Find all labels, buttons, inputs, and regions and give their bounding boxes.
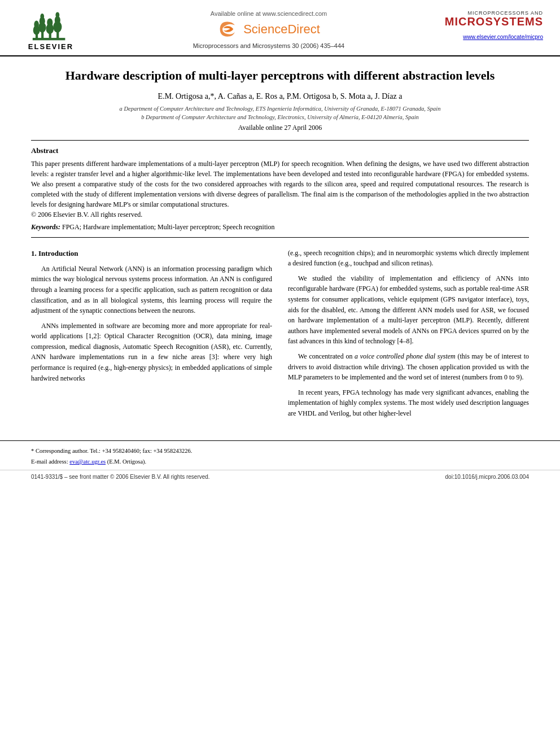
abstract-label: Abstract bbox=[31, 146, 529, 155]
doi-text: doi:10.1016/j.micpro.2006.03.004 bbox=[445, 474, 529, 480]
footnote-star: * Corresponding author. Tel.: +34 958240… bbox=[31, 447, 529, 456]
column-left: 1. Introduction An Artificial Neural Net… bbox=[31, 248, 272, 423]
header-right: MICROPROCESSORS AND MICROSYSTEMS www.els… bbox=[453, 10, 543, 40]
main-content: Hardware description of multi-layer perc… bbox=[0, 56, 560, 435]
intro-para1: An Artificial Neural Network (ANN) is an… bbox=[31, 264, 272, 316]
elsevier-label: ELSEVIER bbox=[28, 42, 73, 51]
issn-text: 0141-9331/$ – see front matter © 2006 El… bbox=[31, 474, 210, 480]
keywords-text: FPGA; Hardware implementation; Multi-lay… bbox=[62, 223, 275, 231]
right-para3: We concentrated on a voice controlled ph… bbox=[288, 351, 529, 383]
paper-title: Hardware description of multi-layer perc… bbox=[31, 68, 529, 84]
sciencedirect-logo: ScienceDirect bbox=[217, 19, 320, 39]
bottom-bar: 0141-9331/$ – see front matter © 2006 El… bbox=[0, 470, 560, 483]
affiliation-a: a Department of Computer Architecture an… bbox=[31, 106, 529, 112]
keywords-line: Keywords: FPGA; Hardware implementation;… bbox=[31, 223, 529, 231]
abstract-copyright: © 2006 Elsevier B.V. All rights reserved… bbox=[31, 211, 142, 219]
keywords-label: Keywords: bbox=[31, 223, 60, 231]
column-right: (e.g., speech recognition chips); and in… bbox=[288, 248, 529, 423]
available-date: Available online 27 April 2006 bbox=[31, 124, 529, 132]
email-address[interactable]: eva@atc.ugr.es bbox=[69, 458, 106, 465]
sciencedirect-icon bbox=[217, 19, 240, 39]
available-online-text: Available online at www.sciencedirect.co… bbox=[211, 10, 327, 17]
right-para4: In recent years, FPGA technology has mad… bbox=[288, 387, 529, 419]
affiliation-b: b Department of Computer Architecture an… bbox=[31, 114, 529, 120]
title-section: Hardware description of multi-layer perc… bbox=[31, 68, 529, 132]
journal-info-text: Microprocessors and Microsystems 30 (200… bbox=[193, 42, 344, 49]
header: ELSEVIER Available online at www.science… bbox=[0, 0, 560, 56]
elsevier-logo-area: ELSEVIER bbox=[17, 10, 85, 51]
top-divider bbox=[31, 140, 529, 141]
footnote-area: * Corresponding author. Tel.: +34 958240… bbox=[0, 440, 560, 467]
email-label: E-mail address: bbox=[31, 458, 68, 465]
authors-line: E.M. Ortigosa a,*, A. Cañas a, E. Ros a,… bbox=[31, 92, 529, 101]
footnote-star-text: * Corresponding author. Tel.: +34 958240… bbox=[31, 448, 192, 454]
header-center: Available online at www.sciencedirect.co… bbox=[85, 10, 453, 49]
intro-para2: ANNs implemented in software are becomin… bbox=[31, 321, 272, 384]
two-column-body: 1. Introduction An Artificial Neural Net… bbox=[31, 248, 529, 423]
svg-point-2 bbox=[34, 21, 38, 29]
abstract-section: Abstract This paper presents different h… bbox=[31, 146, 529, 231]
svg-point-13 bbox=[55, 12, 59, 18]
right-para1: (e.g., speech recognition chips); and in… bbox=[288, 248, 529, 269]
email-suffix: (E.M. Ortigosa). bbox=[107, 458, 146, 465]
svg-rect-14 bbox=[33, 38, 65, 40]
footnote-email: E-mail address: eva@atc.ugr.es (E.M. Ort… bbox=[31, 457, 529, 466]
homepage-link[interactable]: www.elsevier.com/locate/micpro bbox=[463, 34, 543, 40]
right-para2: We studied the viability of implementati… bbox=[288, 273, 529, 347]
section1-heading: 1. Introduction bbox=[31, 248, 272, 259]
body-divider bbox=[31, 237, 529, 238]
abstract-text: This paper presents different hardware i… bbox=[31, 159, 529, 220]
microsystems-logo: MICROPROCESSORS AND MICROSYSTEMS bbox=[445, 10, 543, 27]
microsystems-text: MICROSYSTEMS bbox=[445, 16, 543, 27]
svg-point-9 bbox=[47, 18, 53, 27]
elsevier-tree-icon bbox=[31, 10, 71, 41]
page: ELSEVIER Available online at www.science… bbox=[0, 0, 560, 747]
sciencedirect-text: ScienceDirect bbox=[243, 22, 320, 37]
svg-point-6 bbox=[40, 14, 44, 19]
